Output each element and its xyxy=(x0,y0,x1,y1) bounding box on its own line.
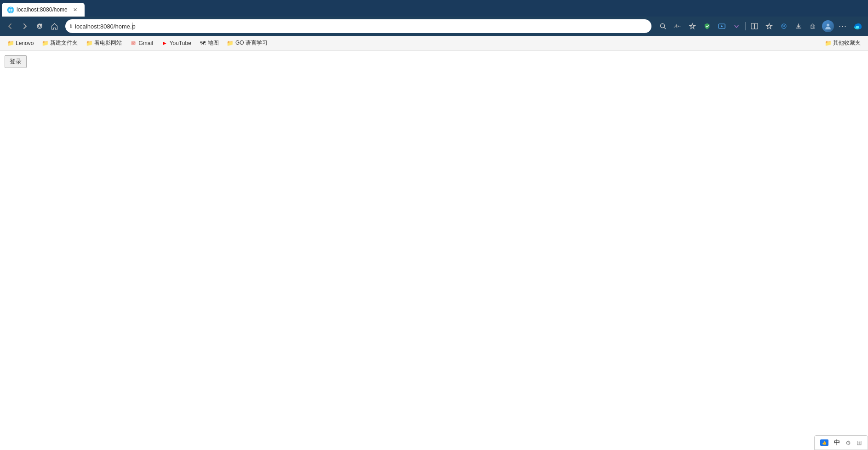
address-bar[interactable]: ℹ localhost:8080/home.p xyxy=(65,19,651,33)
favorites-icon[interactable] xyxy=(762,19,776,33)
bookmark-others[interactable]: 📁 其他收藏夹 xyxy=(821,38,864,48)
bookmark-label: 地图 xyxy=(208,39,219,47)
bookmark-gmail[interactable]: ✉ Gmail xyxy=(126,39,156,48)
divider-1 xyxy=(745,22,746,30)
folder-icon: 📁 xyxy=(825,40,831,46)
folder-icon: 📁 xyxy=(42,40,48,46)
tab-close-button[interactable]: ✕ xyxy=(71,6,79,14)
bookmark-lenovo[interactable]: 📁 Lenovo xyxy=(4,39,37,48)
svg-point-4 xyxy=(782,24,786,28)
bookmark-label: 其他收藏夹 xyxy=(833,39,861,47)
folder-icon: 📁 xyxy=(7,40,14,46)
nav-bar: ℹ localhost:8080/home.p A xyxy=(0,17,868,36)
tab-title: localhost:8080/home xyxy=(17,6,68,13)
grid-icon: ⊞ xyxy=(857,439,862,446)
star-icon[interactable] xyxy=(685,19,699,33)
active-tab[interactable]: 🌐 localhost:8080/home ✕ xyxy=(2,3,85,17)
bookmark-movie-site[interactable]: 📁 看电影网站 xyxy=(82,38,126,48)
svg-point-6 xyxy=(784,25,785,26)
vidown-icon[interactable] xyxy=(730,19,743,33)
thumb-up-button[interactable]: 👍 xyxy=(818,439,830,447)
read-aloud-icon[interactable]: A xyxy=(671,19,685,33)
tab-favicon: 🌐 xyxy=(7,6,14,13)
split-screen-icon[interactable] xyxy=(748,19,761,33)
bookmark-label: GO 语言学习 xyxy=(235,39,268,47)
svg-point-7 xyxy=(827,24,829,27)
bookmark-go-lang[interactable]: 📁 GO 语言学习 xyxy=(223,38,271,48)
bookmark-new-folder[interactable]: 📁 新建文件夹 xyxy=(38,38,81,48)
bookmark-label: Lenovo xyxy=(16,40,34,46)
gmail-icon: ✉ xyxy=(130,40,137,46)
bookmark-label: Gmail xyxy=(138,40,153,46)
copilot-icon[interactable] xyxy=(777,19,791,33)
more-button[interactable]: ··· xyxy=(836,19,850,33)
download-icon[interactable] xyxy=(792,19,805,33)
svg-rect-2 xyxy=(751,23,754,29)
bookmark-label: 看电影网站 xyxy=(94,39,122,47)
refresh-button[interactable] xyxy=(33,20,46,33)
status-bar: 👍 中 ⚙ ⊞ xyxy=(814,435,868,450)
bookmarks-bar: 📁 Lenovo 📁 新建文件夹 📁 看电影网站 ✉ Gmail ▶ YouTu… xyxy=(0,36,868,51)
youtube-icon: ▶ xyxy=(161,40,168,46)
bookmark-label: YouTube xyxy=(170,40,191,46)
svg-point-9 xyxy=(856,26,859,28)
address-text: localhost:8080/home.p xyxy=(75,23,647,30)
grid-button[interactable]: ⊞ xyxy=(855,438,864,447)
folder-icon: 📁 xyxy=(227,40,234,46)
avatar xyxy=(822,20,834,32)
bookmark-maps[interactable]: 🗺 地图 xyxy=(196,38,223,48)
tab-bar: 🌐 localhost:8080/home ✕ xyxy=(0,0,868,17)
edge-icon[interactable] xyxy=(851,19,864,33)
shield-icon[interactable] xyxy=(700,19,714,33)
info-icon: ℹ xyxy=(70,23,72,29)
lang-button[interactable]: 中 xyxy=(832,438,842,448)
svg-rect-3 xyxy=(755,23,758,29)
thumb-icon: 👍 xyxy=(820,439,828,446)
bookmark-youtube[interactable]: ▶ YouTube xyxy=(158,39,195,48)
profile-button[interactable] xyxy=(821,19,835,33)
video-popout-icon[interactable] xyxy=(715,19,729,33)
ime-settings-button[interactable]: ⚙ xyxy=(844,439,853,447)
ime-icon: ⚙ xyxy=(845,439,851,446)
lang-label: 中 xyxy=(834,439,840,447)
home-button[interactable] xyxy=(48,20,61,33)
search-icon[interactable] xyxy=(656,19,670,33)
folder-icon: 📁 xyxy=(86,40,92,46)
svg-point-5 xyxy=(782,25,783,26)
forward-button[interactable] xyxy=(18,20,31,33)
browser-chrome: 🌐 localhost:8080/home ✕ xyxy=(0,0,868,51)
bookmark-label: 新建文件夹 xyxy=(50,39,78,47)
login-button[interactable]: 登录 xyxy=(5,55,27,68)
back-button[interactable] xyxy=(4,20,17,33)
maps-icon: 🗺 xyxy=(200,40,206,46)
page-content: 登录 xyxy=(0,51,868,450)
extensions-icon[interactable] xyxy=(806,19,820,33)
toolbar-right: A xyxy=(656,19,864,33)
